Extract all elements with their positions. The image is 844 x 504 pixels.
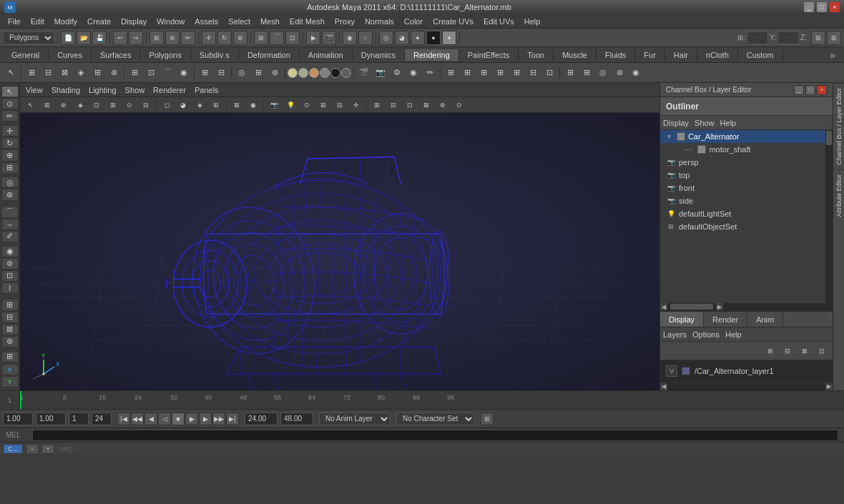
outliner-item-default-object-set[interactable]: ⊞ defaultObjectSet <box>660 220 825 233</box>
tool-axis-x[interactable]: X <box>1 364 19 375</box>
tool-open[interactable]: 📂 <box>77 31 91 45</box>
tool-layer2-left[interactable]: ⊟ <box>1 312 19 323</box>
layer-btn-1[interactable]: ⊞ <box>762 343 778 359</box>
tool-snap-grid[interactable]: ⊞ <box>254 31 268 45</box>
outliner-item-front[interactable]: 📷 front <box>660 182 825 194</box>
vp-icon-uv[interactable]: ⊟ <box>138 97 154 113</box>
vp-icon-wireframe[interactable]: ◻ <box>159 97 175 113</box>
vp-icon-vert[interactable]: ⊙ <box>122 97 137 113</box>
tool-soft-select-left[interactable]: ◎ <box>1 177 19 188</box>
tool-select-left[interactable]: ↖ <box>1 86 19 97</box>
cat-animation[interactable]: Animation <box>300 49 353 61</box>
tool-snap-point[interactable]: ⊡ <box>285 31 300 45</box>
cat-general[interactable]: General <box>3 49 49 61</box>
menu-mesh[interactable]: Mesh <box>255 16 285 27</box>
tool-extra-2[interactable]: ⊞ <box>827 31 841 45</box>
layer-btn-3[interactable]: ⊠ <box>797 343 813 359</box>
viewport-menu-shading[interactable]: Shading <box>51 86 80 94</box>
icon-color-5[interactable] <box>330 68 340 78</box>
outliner-item-default-light-set[interactable]: 💡 defaultLightSet <box>660 207 825 220</box>
cat-rendering[interactable]: Rendering <box>405 49 459 61</box>
vp-icon-1[interactable]: ⊞ <box>369 97 385 113</box>
polygon-select-dropdown[interactable]: Polygons <box>3 31 54 44</box>
menu-create-uvs[interactable]: Create UVs <box>428 16 479 27</box>
mel-input[interactable] <box>32 430 838 441</box>
anim-end-input[interactable] <box>92 412 112 425</box>
outliner-vscroll[interactable] <box>825 130 833 303</box>
icon-node-editor[interactable]: ⊟ <box>213 65 229 81</box>
anim-start-frame[interactable] <box>3 412 33 425</box>
tool-paint[interactable]: ✏ <box>181 31 195 45</box>
icon-extra-4[interactable]: ⊞ <box>492 65 508 81</box>
tool-lambert[interactable]: ◕ <box>395 31 409 45</box>
vp-icon-face[interactable]: ⊡ <box>89 97 104 113</box>
outliner-menu-help[interactable]: Help <box>720 119 737 127</box>
maximize-button[interactable]: □ <box>817 2 827 12</box>
outliner-vscroll-thumb[interactable] <box>826 131 832 145</box>
icon-extra-7[interactable]: ⊡ <box>541 65 557 81</box>
outliner-item-car-alternator[interactable]: ▼ Car_Alternator <box>660 130 825 143</box>
btn-prev-key[interactable]: ◀◀ <box>131 412 144 425</box>
vp-icon-hud[interactable]: ⊟ <box>332 97 348 113</box>
icon-history[interactable]: ⊞ <box>197 65 212 81</box>
side-tab-attribute-editor[interactable]: Attribute Editor <box>833 169 844 222</box>
mini-btn-close[interactable]: × <box>41 444 54 454</box>
icon-extra-11[interactable]: ⊛ <box>612 65 627 81</box>
tool-move[interactable]: ✛ <box>202 31 216 45</box>
mini-btn-script-editor[interactable]: C... <box>3 444 23 454</box>
cat-surfaces[interactable]: Surfaces <box>92 49 140 61</box>
tool-show-all[interactable]: ◉ <box>343 31 357 45</box>
timeline-area[interactable]: 1 1 8 16 24 32 40 48 56 64 72 80 88 96 <box>0 390 844 409</box>
cat-dynamics[interactable]: Dynamics <box>353 49 405 61</box>
cat-toon[interactable]: Toon <box>519 49 554 61</box>
cat-expand-btn[interactable]: » <box>824 49 841 61</box>
icon-snap-curve[interactable]: ⌒ <box>160 65 175 81</box>
vp-icon-bounding[interactable]: ⊞ <box>208 97 224 113</box>
tool-render[interactable]: ▶ <box>306 31 320 45</box>
channel-box-maximize[interactable]: □ <box>805 85 815 95</box>
menu-display[interactable]: Display <box>116 16 152 27</box>
menu-edit[interactable]: Edit <box>26 16 49 27</box>
tool-undo[interactable]: ↩ <box>113 31 127 45</box>
anim-extra-btn[interactable]: ⊞ <box>481 412 494 425</box>
tool-lasso[interactable]: ⊛ <box>165 31 180 45</box>
tool-revolve-left[interactable]: ⊚ <box>1 258 19 270</box>
menu-help[interactable]: Help <box>519 16 546 27</box>
btn-next-key[interactable]: ▶▶ <box>212 412 225 425</box>
btn-play-back[interactable]: ◁ <box>158 412 171 425</box>
menu-color[interactable]: Color <box>399 16 428 27</box>
tool-universal-left[interactable]: ⊞ <box>1 162 19 174</box>
icon-extra-2[interactable]: ⊞ <box>459 65 475 81</box>
tool-save[interactable]: 💾 <box>92 31 107 45</box>
outliner-scroll-right[interactable]: ▶ <box>716 303 723 310</box>
tool-curve-left[interactable]: ⌒ <box>1 206 19 218</box>
tool-ep-curve-left[interactable]: ⌣ <box>1 219 19 230</box>
tool-axis-y[interactable]: Y <box>1 376 19 387</box>
menu-assets[interactable]: Assets <box>190 16 223 27</box>
outliner-menu-display[interactable]: Display <box>663 119 689 127</box>
icon-extra-12[interactable]: ◉ <box>628 65 644 81</box>
vp-icon-xray[interactable]: ⊠ <box>229 97 245 113</box>
tool-wrap-left[interactable]: ⊞ <box>1 351 19 362</box>
layer-btn-4[interactable]: ⊡ <box>814 343 830 359</box>
vp-icon-flat[interactable]: ◈ <box>192 97 207 113</box>
cat-polygons[interactable]: Polygons <box>140 49 190 61</box>
outliner-item-top[interactable]: 📷 top <box>660 169 825 182</box>
tool-smooth[interactable]: ◎ <box>379 31 393 45</box>
tool-layer4-left[interactable]: ⊛ <box>1 336 19 347</box>
btn-go-end[interactable]: ▶| <box>226 412 239 425</box>
viewport-menu-view[interactable]: View <box>26 86 43 94</box>
tool-new[interactable]: 📄 <box>61 31 75 45</box>
viewport-menu-renderer[interactable]: Renderer <box>153 86 186 94</box>
cat-fluids[interactable]: Fluids <box>597 49 635 61</box>
tool-redo[interactable]: ↪ <box>129 31 143 45</box>
close-button[interactable]: × <box>830 2 840 12</box>
cat-fur[interactable]: Fur <box>635 49 665 61</box>
icon-soft-select[interactable]: ◎ <box>234 65 250 81</box>
layer-visibility-toggle[interactable]: V <box>666 365 677 377</box>
icon-snap-view[interactable]: ◉ <box>176 65 192 81</box>
minimize-button[interactable]: _ <box>804 2 814 12</box>
cat-deformation[interactable]: Deformation <box>239 49 300 61</box>
icon-extra-9[interactable]: ⊞ <box>579 65 594 81</box>
tool-rotate[interactable]: ↻ <box>217 31 232 45</box>
